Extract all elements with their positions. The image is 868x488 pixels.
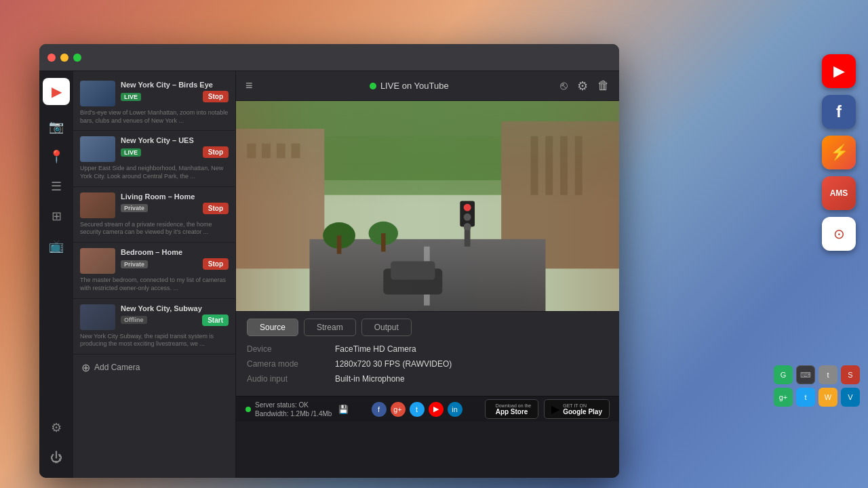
camera-item-header: New York City – Birds Eye LIVE Stop <box>80 81 229 106</box>
mini-icon-6[interactable]: t <box>796 388 815 407</box>
add-camera-label: Add Camera <box>94 363 140 372</box>
social-linkedin[interactable]: in <box>448 402 462 417</box>
camera-item-header: Bedroom – Home Private Stop <box>80 248 229 274</box>
camera-item[interactable]: Living Room – Home Private Stop Secured … <box>73 187 235 243</box>
server-status-text: Server status: OK Bandwidth: 1.2Mb /1.4M… <box>255 401 332 418</box>
audio-input-row: Audio input Built-in Microphone <box>247 374 608 384</box>
camera-item[interactable]: New York City – UES LIVE Stop Upper East… <box>73 131 235 186</box>
status-bar: Server status: OK Bandwidth: 1.2Mb /1.4M… <box>236 396 619 422</box>
stop-button[interactable]: Stop <box>203 203 229 214</box>
mini-icon-2-symbol: ⌨ <box>800 371 811 380</box>
mini-icon-1[interactable]: G <box>774 365 793 384</box>
server-status: Server status: OK Bandwidth: 1.2Mb /1.4M… <box>245 401 349 418</box>
google-play-badge[interactable]: ▶ GET IT ON Google Play <box>544 399 610 419</box>
camera-info: New York City – UES LIVE Stop <box>121 136 229 158</box>
social-twitter[interactable]: t <box>410 402 425 417</box>
app-store-badge[interactable]: Download on the App Store <box>485 399 539 419</box>
maximize-button[interactable] <box>73 54 81 62</box>
mini-icon-4-symbol: S <box>848 371 852 379</box>
sidebar-item-cameras[interactable]: 📷 <box>43 113 70 140</box>
start-button[interactable]: Start <box>202 314 229 326</box>
menu-icon[interactable]: ≡ <box>245 79 253 93</box>
server-status-dot <box>245 407 251 412</box>
tab-source[interactable]: Source <box>247 319 298 336</box>
mini-icon-4[interactable]: S <box>841 365 860 384</box>
mini-icon-2[interactable]: ⌨ <box>796 365 815 384</box>
mini-icon-5[interactable]: g+ <box>774 388 793 407</box>
camera-name: New York City – Birds Eye <box>121 81 229 89</box>
app-store-text: Download on the App Store <box>496 403 532 415</box>
camera-mode-label: Camera mode <box>247 359 335 369</box>
device-row: Device FaceTime HD Camera <box>247 344 608 354</box>
app-store-name: App Store <box>496 408 532 415</box>
share-icon[interactable]: ⎋ <box>560 79 568 94</box>
status-badge: LIVE <box>121 93 141 101</box>
sidebar-item-video[interactable]: 📺 <box>43 232 70 260</box>
audio-input-value: Built-in Microphone <box>335 374 405 384</box>
ams-icon-symbol: AMS <box>830 188 848 198</box>
social-icons: f g+ t ▶ in <box>372 402 462 417</box>
sidebar-item-power[interactable]: ⏻ <box>43 444 70 471</box>
camera-list: New York City – Birds Eye LIVE Stop Bird… <box>73 71 236 478</box>
controls-panel: Source Stream Output Device FaceTime HD … <box>236 311 619 396</box>
youtube-app-icon[interactable]: ▶ <box>822 54 856 88</box>
mini-icon-1-symbol: G <box>781 371 787 379</box>
camera-item[interactable]: New York City, Subway Offline Start New … <box>73 299 235 354</box>
sidebar-item-location[interactable]: 📍 <box>43 143 70 170</box>
sidebar-item-grid[interactable]: ⊞ <box>43 203 70 230</box>
mini-icon-7-symbol: W <box>825 393 831 401</box>
camera-info: Living Room – Home Private Stop <box>121 192 229 214</box>
video-preview <box>236 101 619 311</box>
camera-info: New York City – Birds Eye LIVE Stop <box>121 81 229 102</box>
close-button[interactable] <box>47 54 56 62</box>
camera-mode-row: Camera mode 868x488 30 FPS (RAWVIDEO) <box>247 359 608 369</box>
camera-mode-value: 868x488 30 FPS (RAWVIDEO) <box>335 359 452 369</box>
audio-input-label: Audio input <box>247 374 335 384</box>
camera-description: Secured stream of a private residence, t… <box>80 221 229 237</box>
camera-item[interactable]: New York City – Birds Eye LIVE Stop Bird… <box>73 75 235 131</box>
stop-button[interactable]: Stop <box>203 91 229 102</box>
server-status-ok: Server status: OK <box>255 401 332 409</box>
sidebar-logo[interactable]: ▶ <box>43 78 70 105</box>
app-store-sub: Download on the <box>496 403 532 408</box>
camera-item-header: New York City – UES LIVE Stop <box>80 136 229 162</box>
camera-name: Living Room – Home <box>121 192 229 201</box>
camera-description: New York City Subway, the rapid transit … <box>80 333 229 348</box>
stop-button[interactable]: Stop <box>203 146 229 158</box>
mini-icon-3-symbol: t <box>827 371 829 379</box>
sidebar-item-settings[interactable]: ⚙ <box>43 414 70 441</box>
add-camera-button[interactable]: ⊕ Add Camera <box>73 354 235 381</box>
camera-item[interactable]: Bedroom – Home Private Stop The master b… <box>73 243 235 298</box>
tab-stream[interactable]: Stream <box>304 319 356 336</box>
mini-icon-3[interactable]: t <box>818 365 837 384</box>
target-icon-symbol: ⊙ <box>833 226 845 242</box>
mini-icon-7[interactable]: W <box>818 388 837 407</box>
facebook-app-icon[interactable]: f <box>822 95 856 129</box>
social-facebook[interactable]: f <box>372 402 387 417</box>
camera-name: Bedroom – Home <box>121 248 229 256</box>
settings-icon[interactable]: ⚙ <box>577 79 588 94</box>
youtube-icon-symbol: ▶ <box>833 62 845 80</box>
camera-info: New York City, Subway Offline Start <box>121 304 229 326</box>
status-badge: Offline <box>121 316 147 324</box>
thunder-app-icon[interactable]: ⚡ <box>822 136 856 169</box>
ams-app-icon[interactable]: AMS <box>822 176 856 210</box>
google-play-sub: GET IT ON <box>563 403 602 408</box>
social-youtube[interactable]: ▶ <box>429 402 443 417</box>
minimize-button[interactable] <box>60 54 68 62</box>
camera-item-header: Living Room – Home Private Stop <box>80 192 229 218</box>
sidebar-item-list[interactable]: ☰ <box>43 173 70 200</box>
mini-icon-8-symbol: V <box>848 393 852 401</box>
mini-icon-8[interactable]: V <box>841 388 860 407</box>
target-app-icon[interactable]: ⊙ <box>822 217 856 251</box>
device-label: Device <box>247 344 335 354</box>
camera-status-row: Offline Start <box>121 314 229 326</box>
status-badge: LIVE <box>121 148 141 157</box>
stop-button[interactable]: Stop <box>203 258 229 270</box>
delete-icon[interactable]: 🗑 <box>597 79 610 94</box>
camera-thumbnail <box>80 248 115 274</box>
right-app-icons: ▶ f ⚡ AMS ⊙ <box>822 54 856 251</box>
camera-thumbnail <box>80 304 115 330</box>
tab-output[interactable]: Output <box>361 319 412 336</box>
social-googleplus[interactable]: g+ <box>391 402 406 417</box>
